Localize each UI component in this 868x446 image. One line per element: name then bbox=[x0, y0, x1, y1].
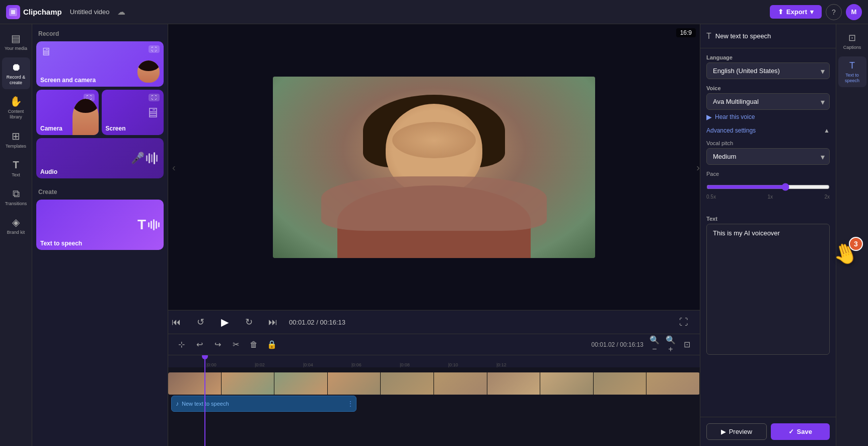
topbar: Clipchamp Untitled video ☁ ⬆ Export ▾ ? … bbox=[0, 0, 868, 24]
hear-voice-button[interactable]: ▶ Hear this voice bbox=[706, 113, 830, 121]
pace-min-label: 0.5x bbox=[706, 194, 716, 200]
play-button[interactable]: ▶ bbox=[216, 314, 233, 330]
tts-clip-icon: ♪ bbox=[176, 400, 179, 407]
text-input[interactable]: This is my AI voiceover bbox=[706, 224, 830, 355]
video-thumb-5 bbox=[381, 372, 434, 395]
fast-forward-button[interactable]: ↻ bbox=[241, 314, 257, 330]
user-avatar[interactable]: M bbox=[846, 4, 862, 20]
playhead[interactable] bbox=[204, 355, 205, 446]
tts-clip[interactable]: ♪ New text to speech ⋮ bbox=[171, 396, 356, 412]
tts-panel: T New text to speech Language English (U… bbox=[700, 24, 836, 446]
tts-panel-body: Language English (United States) Voice A… bbox=[700, 48, 836, 417]
hear-voice-label: Hear this voice bbox=[715, 113, 755, 120]
export-button[interactable]: ⬆ Export ▾ bbox=[770, 5, 822, 19]
video-thumb-3 bbox=[274, 372, 328, 395]
tts-panel-footer: ▶ Preview ✓ Save bbox=[700, 417, 836, 446]
sidebar-item-text[interactable]: T Text bbox=[2, 155, 30, 182]
content-library-icon: ✋ bbox=[10, 95, 22, 107]
advanced-settings-label: Advanced settings bbox=[706, 127, 756, 134]
save-button[interactable]: ✓ Save bbox=[771, 423, 830, 440]
sidebar-item-record-create[interactable]: ⏺ Record &create bbox=[2, 57, 30, 90]
delete-button[interactable]: 🗑 bbox=[247, 338, 261, 352]
video-thumb-7 bbox=[487, 372, 541, 395]
cloud-save-icon: ☁ bbox=[117, 7, 125, 17]
video-thumb-9 bbox=[594, 372, 647, 395]
redo-button[interactable]: ↪ bbox=[210, 338, 225, 352]
timeline: |0:00 |0:02 |0:04 |0:06 |0:08 |0:10 |0:1… bbox=[168, 355, 700, 446]
language-select[interactable]: English (United States) bbox=[706, 62, 830, 79]
create-section-title: Create bbox=[32, 182, 168, 200]
tts-panel-title: New text to speech bbox=[715, 32, 771, 40]
panel-collapse-button[interactable]: ‹ bbox=[172, 161, 176, 173]
sidebar-item-content-library[interactable]: ✋ Content library bbox=[2, 91, 30, 124]
aspect-ratio-badge[interactable]: 16:9 bbox=[676, 28, 696, 37]
time-display: 00:01.02 / 00:16:13 bbox=[289, 318, 345, 326]
ruler-mark-1: |0:02 bbox=[255, 362, 303, 367]
tts-panel-header: T New text to speech bbox=[700, 24, 836, 48]
timeline-tracks: ♪ New text to speech ⋮ bbox=[168, 367, 700, 420]
video-thumb-6 bbox=[434, 372, 487, 395]
pace-slider-wrap: 0.5x 1x 2x bbox=[706, 179, 830, 210]
undo-button[interactable]: ↩ bbox=[192, 338, 206, 352]
fullscreen-button[interactable]: ⛶ bbox=[676, 314, 692, 330]
video-track-content[interactable] bbox=[168, 370, 700, 395]
far-right-tts[interactable]: T Text to speech bbox=[838, 56, 866, 88]
advanced-settings-chevron-icon: ▲ bbox=[824, 127, 830, 134]
ruler-mark-3: |0:06 bbox=[351, 362, 400, 367]
voice-select-wrap: Ava Multilingual bbox=[706, 93, 830, 110]
screen-card[interactable]: ⛶ 🖥 Screen bbox=[102, 90, 164, 135]
tts-track: ♪ New text to speech ⋮ bbox=[168, 396, 700, 418]
camera-card[interactable]: ⛶ Camera bbox=[36, 90, 99, 135]
rewind-button[interactable]: ↺ bbox=[192, 314, 208, 330]
app-name: Clipchamp bbox=[23, 8, 62, 16]
pace-slider[interactable] bbox=[706, 183, 830, 191]
ruler-mark-0: |0:00 bbox=[206, 362, 255, 367]
pace-label: Pace bbox=[706, 171, 830, 177]
pace-section: Pace 0.5x 1x 2x bbox=[706, 171, 830, 210]
preview-button[interactable]: ▶ Preview bbox=[706, 423, 767, 440]
language-label: Language bbox=[706, 54, 830, 60]
text-section: Text This is my AI voiceover bbox=[706, 216, 830, 357]
vocal-pitch-select[interactable]: Medium bbox=[706, 148, 830, 165]
select-tool-button[interactable]: ⊹ bbox=[174, 338, 188, 352]
help-button[interactable]: ? bbox=[826, 4, 842, 20]
zoom-in-button[interactable]: 🔍+ bbox=[664, 338, 678, 352]
app-logo[interactable]: Clipchamp bbox=[6, 5, 62, 19]
video-thumb-8 bbox=[540, 372, 594, 395]
video-thumb-1 bbox=[168, 372, 222, 395]
pace-max-label: 2x bbox=[824, 194, 830, 200]
tts-t-icon: T bbox=[137, 217, 146, 233]
export-dropdown-icon: ▾ bbox=[810, 8, 814, 16]
zoom-out-button[interactable]: 🔍− bbox=[647, 338, 662, 352]
video-thumb-2 bbox=[222, 372, 275, 395]
pace-labels: 0.5x 1x 2x bbox=[706, 194, 830, 200]
video-preview bbox=[273, 77, 595, 258]
ruler-mark-6: |0:12 bbox=[496, 362, 545, 367]
audio-card[interactable]: 🎤 Audio bbox=[36, 138, 164, 178]
split-button[interactable]: ✂ bbox=[229, 338, 243, 352]
video-title[interactable]: Untitled video bbox=[70, 8, 110, 16]
sidebar-item-your-media[interactable]: ▤ Your media bbox=[2, 28, 30, 55]
sidebar-item-brand-kit[interactable]: ◈ Brand kit bbox=[2, 212, 30, 239]
left-sidebar: ▤ Your media ⏺ Record &create ✋ Content … bbox=[0, 24, 32, 446]
text-to-speech-card[interactable]: T Text to speech 🤚 2 bbox=[36, 200, 164, 250]
sidebar-item-transitions[interactable]: ⧉ Transitions bbox=[2, 184, 30, 211]
panel-expand-right-button[interactable]: › bbox=[696, 161, 700, 173]
far-right-captions[interactable]: ⊡ Captions bbox=[838, 28, 866, 54]
advanced-settings-toggle[interactable]: Advanced settings ▲ bbox=[706, 127, 830, 134]
captions-icon: ⊡ bbox=[848, 32, 856, 43]
tts-clip-handle-right[interactable]: ⋮ bbox=[347, 400, 354, 408]
lock-button[interactable]: 🔒 bbox=[265, 338, 279, 352]
voice-select[interactable]: Ava Multilingual bbox=[706, 93, 830, 110]
export-icon: ⬆ bbox=[778, 8, 783, 16]
go-to-end-button[interactable]: ⏭ bbox=[265, 314, 281, 330]
screen-camera-card[interactable]: ⛶ 🖥 Screen and camera 🤚 1 bbox=[36, 41, 164, 87]
fit-timeline-button[interactable]: ⊡ bbox=[680, 338, 694, 352]
vocal-pitch-select-wrap: Medium bbox=[706, 148, 830, 165]
sidebar-item-templates[interactable]: ⊞ Templates bbox=[2, 126, 30, 153]
tts-header-icon: T bbox=[706, 32, 711, 41]
go-to-start-button[interactable]: ⏮ bbox=[168, 314, 184, 330]
zoom-controls: 🔍− 🔍+ ⊡ bbox=[647, 338, 694, 352]
templates-icon: ⊞ bbox=[12, 130, 20, 142]
language-section: Language English (United States) bbox=[706, 54, 830, 79]
